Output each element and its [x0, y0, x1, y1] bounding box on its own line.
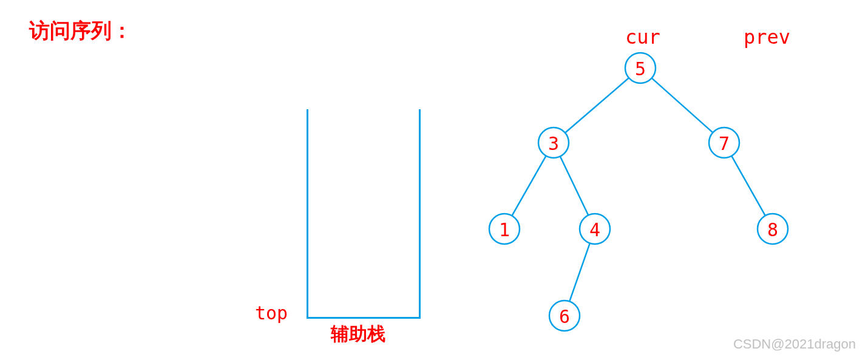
tree-node-value-1: 1 — [499, 219, 510, 240]
stack-top-label: top — [255, 302, 288, 324]
binary-tree: 5371486 — [486, 49, 826, 340]
tree-node-value-4: 4 — [589, 219, 600, 240]
tree-node-value-8: 8 — [767, 219, 778, 240]
tree-edge — [565, 78, 629, 132]
tree-edge — [569, 243, 589, 302]
stack-name-label: 辅助栈 — [331, 322, 385, 347]
cur-pointer-label: cur — [625, 25, 660, 49]
auxiliary-stack — [307, 109, 421, 319]
tree-edge — [731, 156, 765, 216]
visit-sequence-label: 访问序列： — [29, 17, 132, 45]
tree-edge — [512, 156, 546, 216]
tree-node-value-5: 5 — [635, 58, 646, 80]
tree-edge — [560, 157, 588, 216]
watermark: CSDN@2021dragon — [733, 336, 856, 352]
stack-right-wall — [419, 109, 421, 319]
stack-bottom — [307, 317, 421, 319]
tree-node-value-6: 6 — [559, 306, 570, 327]
prev-pointer-label: prev — [744, 25, 790, 49]
tree-node-value-3: 3 — [548, 133, 559, 154]
stack-left-wall — [307, 109, 308, 319]
tree-edge — [652, 78, 713, 133]
tree-node-value-7: 7 — [719, 133, 730, 154]
